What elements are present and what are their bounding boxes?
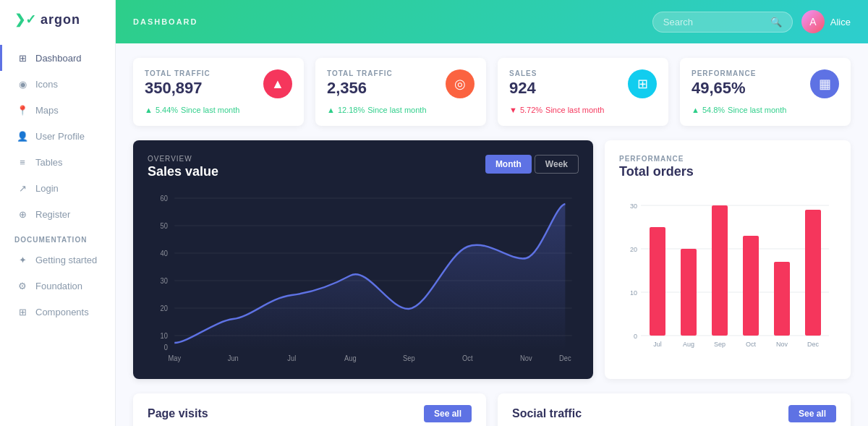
stat-label-1: TOTAL TRAFFIC [327, 69, 393, 77]
stat-change-1: ▲ 12.18% Since last month [327, 106, 475, 114]
svg-text:10: 10 [161, 332, 168, 340]
stat-change-3: ▲ 54.8% Since last month [692, 106, 839, 114]
logo-text: argon [41, 12, 80, 27]
month-button[interactable]: Month [485, 155, 532, 174]
sidebar-item-label: Foundation [35, 281, 82, 291]
getting-started-icon: ✦ [17, 254, 28, 265]
sidebar-item-label: Components [35, 307, 89, 318]
sidebar-item-register[interactable]: ⊕ Register [0, 201, 115, 227]
search-box[interactable]: 🔍 [652, 12, 793, 33]
svg-text:20: 20 [161, 304, 168, 312]
stat-card-header: PERFORMANCE 49,65% ▦ [692, 69, 839, 98]
sidebar-item-label: Dashboard [35, 53, 82, 64]
svg-rect-33 [774, 262, 790, 336]
stat-cards: TOTAL TRAFFIC 350,897 ▲ ▲ 5.44% Since la… [133, 58, 851, 126]
logo: ❯✓ argon [0, 0, 115, 39]
page-visits-card: Page visits See all PAGE NAME VISITORS U… [133, 393, 486, 426]
content: TOTAL TRAFFIC 350,897 ▲ ▲ 5.44% Since la… [116, 43, 868, 426]
bar-chart-svg: 30 20 10 0 [619, 191, 836, 365]
stat-card-header: SALES 924 ⊞ [509, 69, 657, 98]
social-traffic-header: Social traffic See all [512, 405, 836, 422]
sidebar-item-tables[interactable]: ≡ Tables [0, 149, 115, 175]
sales-chart-title: Sales value [148, 164, 218, 179]
performance-label: PERFORMANCE [619, 155, 836, 163]
search-input[interactable] [663, 17, 765, 27]
header-right: 🔍 A Alice [652, 10, 851, 33]
svg-text:Aug: Aug [683, 341, 694, 348]
svg-text:Oct: Oct [462, 354, 473, 362]
components-icon: ⊞ [17, 306, 28, 318]
docs-section-label: DOCUMENTATION [0, 227, 115, 247]
sidebar-item-dashboard[interactable]: ⊞ Dashboard [0, 45, 115, 71]
sales-chart-header: OVERVIEW Sales value Month Week [148, 155, 579, 179]
svg-text:Oct: Oct [746, 341, 757, 348]
sidebar-item-foundation[interactable]: ⚙ Foundation [0, 273, 115, 299]
stat-card-2: SALES 924 ⊞ ▼ 5.72% Since last month [498, 58, 668, 126]
user-name: Alice [830, 17, 851, 27]
stat-arrow-3: ▲ [692, 106, 699, 114]
register-icon: ⊕ [17, 208, 28, 220]
svg-text:Nov: Nov [520, 354, 532, 362]
sidebar-item-login[interactable]: ↗ Login [0, 175, 115, 201]
stat-change-0: ▲ 5.44% Since last month [145, 106, 292, 114]
sidebar-item-icons[interactable]: ◉ Icons [0, 71, 115, 97]
login-icon: ↗ [17, 182, 28, 194]
main-area: DASHBOARD 🔍 A Alice TOTAL TRAFFIC 350,89… [116, 0, 868, 426]
sales-chart-svg-wrap: 60 50 40 30 20 10 0 [148, 191, 579, 365]
svg-text:Sep: Sep [403, 354, 415, 362]
svg-rect-30 [681, 249, 697, 336]
svg-text:10: 10 [630, 289, 637, 297]
stat-card-3: PERFORMANCE 49,65% ▦ ▲ 54.8% Since last … [680, 58, 851, 126]
stat-arrow-1: ▲ [327, 106, 335, 114]
total-orders-title: Total orders [619, 164, 836, 179]
sidebar: ❯✓ argon ⊞ Dashboard ◉ Icons 📍 Maps 👤 Us… [0, 0, 116, 426]
sidebar-item-getting-started[interactable]: ✦ Getting started [0, 247, 115, 273]
stat-label-2: SALES [509, 69, 537, 77]
sidebar-item-label: Tables [35, 157, 63, 168]
sidebar-item-label: Maps [35, 105, 59, 116]
svg-text:Dec: Dec [807, 341, 820, 348]
foundation-icon: ⚙ [17, 280, 28, 291]
svg-text:50: 50 [161, 222, 168, 230]
stat-arrow-0: ▲ [145, 106, 153, 114]
page-visits-see-all[interactable]: See all [424, 405, 472, 422]
stat-change-2: ▼ 5.72% Since last month [509, 106, 657, 114]
sidebar-item-components[interactable]: ⊞ Components [0, 299, 115, 325]
sales-chart-card: OVERVIEW Sales value Month Week [133, 140, 593, 379]
sidebar-item-user-profile[interactable]: 👤 User Profile [0, 123, 115, 149]
sidebar-item-label: User Profile [35, 131, 85, 142]
svg-text:Nov: Nov [776, 341, 788, 348]
avatar: A [801, 10, 825, 33]
svg-text:May: May [168, 354, 181, 362]
stat-value-1: 2,356 [327, 79, 393, 98]
svg-rect-31 [712, 205, 728, 336]
svg-text:0: 0 [634, 333, 637, 340]
svg-text:0: 0 [164, 344, 168, 352]
stat-icon-3: ▦ [810, 69, 839, 98]
sidebar-item-label: Login [35, 183, 59, 194]
stat-value-0: 350,897 [145, 79, 210, 98]
stat-icon-0: ▲ [263, 69, 292, 98]
stat-card-1: TOTAL TRAFFIC 2,356 ◎ ▲ 12.18% Since las… [315, 58, 486, 126]
icons-icon: ◉ [17, 78, 28, 90]
svg-rect-32 [743, 236, 759, 336]
search-icon: 🔍 [770, 17, 782, 27]
page-visits-title: Page visits [148, 407, 208, 420]
dashboard-icon: ⊞ [17, 52, 28, 64]
stat-value-2: 924 [509, 79, 537, 98]
stat-label-0: TOTAL TRAFFIC [145, 69, 210, 77]
svg-text:Jun: Jun [228, 354, 239, 362]
social-traffic-card: Social traffic See all REFERRAL VISITORS [498, 393, 851, 426]
sidebar-item-label: Getting started [35, 255, 97, 265]
tables-row: Page visits See all PAGE NAME VISITORS U… [133, 393, 851, 426]
svg-text:30: 30 [161, 277, 168, 285]
stat-card-header: TOTAL TRAFFIC 2,356 ◎ [327, 69, 475, 98]
week-button[interactable]: Week [535, 155, 579, 174]
charts-row: OVERVIEW Sales value Month Week [133, 140, 851, 379]
sidebar-item-label: Register [35, 209, 70, 220]
tables-icon: ≡ [17, 156, 28, 168]
sidebar-item-maps[interactable]: 📍 Maps [0, 97, 115, 123]
user-area[interactable]: A Alice [801, 10, 851, 33]
social-traffic-see-all[interactable]: See all [788, 405, 836, 422]
svg-text:Aug: Aug [344, 354, 357, 362]
